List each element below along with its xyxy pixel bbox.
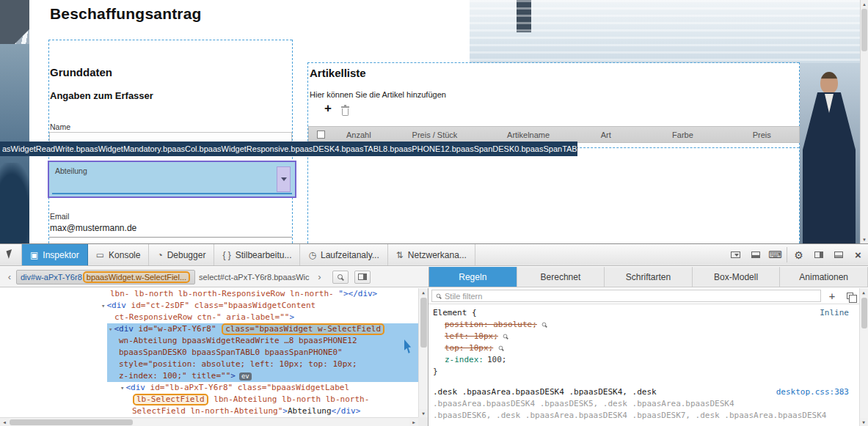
rules-scrollbar[interactable]: ▲ ▼	[859, 288, 868, 426]
developer-toolbar-button[interactable]: ⌨	[765, 244, 785, 265]
tab-network[interactable]: ⇅ Netzwerkana...	[388, 244, 475, 265]
devtools-second-row: ‹ div#w-aPxT-Y6r8 bpaasWidget.w-SelectFi…	[0, 267, 868, 287]
tab-performance[interactable]: ◷ Laufzeitanaly...	[300, 244, 387, 265]
search-icon[interactable]	[542, 323, 547, 327]
select-all-checkbox[interactable]	[317, 131, 325, 139]
markup-line[interactable]: bpaasSpanDESK0 bpaasSpanTABL0 bpaasSpanP…	[107, 347, 418, 359]
tab-console[interactable]: ▭ Konsole	[88, 244, 150, 265]
devtools-content: lbn- lb-north lb-north-ResponsiveRow ln-…	[0, 288, 868, 426]
page-scrollbar[interactable]: ▲ ▼	[860, 0, 868, 243]
expand-arrow-icon[interactable]: ▾	[120, 384, 124, 392]
css-declaration-position[interactable]: position: absolute;	[428, 319, 868, 331]
scroll-down-arrow[interactable]: ▼	[860, 418, 867, 426]
add-article-button[interactable]: +	[324, 101, 332, 116]
markup-line[interactable]: style="position: absolute; left: 10px; t…	[107, 359, 418, 370]
debugger-icon: ◔	[157, 250, 162, 260]
settings-button[interactable]: ⚙	[789, 244, 809, 265]
abteilung-select[interactable]: Abteilung	[48, 161, 296, 198]
web-page: Beschaffungsantrag Grunddaten Angaben zu…	[0, 0, 868, 243]
tab-animations[interactable]: Animationen	[780, 267, 868, 287]
filter-search-icon	[437, 294, 441, 298]
email-field-underline	[49, 237, 292, 238]
scrollbar-thumb[interactable]	[861, 298, 867, 328]
tab-label: Stilbearbeitu...	[236, 250, 292, 260]
email-input[interactable]: max@mustermann.de	[50, 223, 136, 233]
close-icon: ×	[855, 249, 861, 261]
rules-view: + Element { Inline position: absolute; l…	[428, 288, 868, 426]
scroll-up-arrow[interactable]: ▲	[419, 288, 428, 296]
scroll-down-arrow[interactable]: ▼	[861, 235, 868, 243]
dropdown-button[interactable]	[277, 166, 291, 192]
css-declaration-z-index[interactable]: z-index:100;	[428, 354, 868, 366]
split-console-icon	[751, 251, 760, 258]
markup-line[interactable]: ▾<div id="ct-2sDF" class="bpaasWidgetCon…	[0, 300, 428, 312]
email-field-label: Email	[50, 212, 69, 221]
performance-icon: ◷	[308, 250, 316, 260]
tab-box-model[interactable]: Box-Modell	[693, 267, 781, 287]
pseudo-class-panel-button[interactable]	[843, 290, 856, 303]
search-icon	[338, 274, 343, 279]
delete-article-button[interactable]	[342, 106, 349, 119]
markup-line[interactable]: ▾<div id="lb-aPxT-Y6r8" class="bpaasWidg…	[0, 382, 428, 394]
tab-inspector[interactable]: ▣ Inspektor	[22, 244, 88, 265]
breadcrumb-child-node[interactable]: select#ct-aPxT-Y6r8.bpaasWic	[195, 272, 313, 282]
scroll-up-arrow[interactable]: ▲	[861, 0, 868, 8]
scrollbar-thumb[interactable]	[420, 298, 427, 348]
markup-line[interactable]: lb-SelectField lbn-Abteilung lb-north lb…	[0, 394, 428, 405]
tab-label: Netzwerkana...	[408, 250, 467, 260]
tab-rules[interactable]: Regeln	[429, 267, 517, 287]
search-icon[interactable]	[503, 334, 508, 339]
markup-line[interactable]: SelectField ln-north-Abteilung">Abteilun…	[0, 405, 428, 417]
stylesheet-link[interactable]: desktop.css:383	[776, 386, 849, 398]
dock-side-button[interactable]	[809, 244, 828, 265]
markup-line[interactable]: ▾<div id="w-aPxT-Y6r8" class="bpaasWidge…	[107, 323, 418, 335]
markup-line[interactable]: wn-Abteilung bpaasWidgetReadWrite …8 bpa…	[107, 335, 418, 347]
scrollbar-thumb[interactable]	[861, 9, 867, 51]
scrollbar-thumb[interactable]	[10, 419, 133, 425]
scroll-up-arrow[interactable]: ▲	[860, 288, 867, 296]
split-console-button[interactable]	[745, 244, 765, 265]
markup-line[interactable]: lbn- lb-north lb-north-ResponsiveRow ln-…	[0, 288, 428, 300]
scroll-left-arrow[interactable]: ◀	[0, 418, 9, 426]
tab-fonts[interactable]: Schriftarten	[605, 267, 693, 287]
css-declaration-left[interactable]: left: 10px;	[428, 331, 868, 342]
devtools-toolbar: ▣ Inspektor ▭ Konsole ◔ Debugger { } Sti…	[0, 244, 868, 266]
style-filter-input[interactable]	[445, 292, 817, 301]
expand-arrow-icon[interactable]: ▾	[109, 326, 112, 333]
markup-line[interactable]: ct-ResponsiveRow ctn-" aria-label="">	[0, 312, 428, 323]
dock-bottom-button[interactable]	[828, 244, 848, 265]
tab-computed[interactable]: Berechnet	[517, 267, 605, 287]
form-panel	[29, 0, 470, 243]
dock-bottom-icon	[834, 251, 843, 258]
scroll-down-arrow[interactable]: ▼	[419, 409, 428, 417]
search-node-button[interactable]	[332, 271, 349, 284]
markup-view: lbn- lb-north lb-north-ResponsiveRow ln-…	[0, 288, 428, 426]
add-rule-button[interactable]: +	[825, 290, 839, 303]
selected-node[interactable]: ▾<div id="w-aPxT-Y6r8" class="bpaasWidge…	[107, 323, 418, 382]
search-icon[interactable]	[499, 346, 503, 350]
scroll-right-arrow[interactable]: ▶	[409, 418, 418, 426]
select-frame-button[interactable]	[726, 244, 745, 265]
rule-selector-continued: .bpaasDESK6, .desk .bpaasArea.bpaasDESK4…	[428, 410, 868, 422]
markup-horizontal-scrollbar[interactable]: ◀ ▶	[0, 417, 418, 426]
articles-hint: Hier können Sie die Artikel hinzufügen	[310, 90, 446, 99]
style-filter-box[interactable]	[431, 290, 821, 302]
tab-label: Konsole	[109, 250, 140, 260]
network-icon: ⇅	[396, 250, 404, 260]
tab-debugger[interactable]: ◔ Debugger	[149, 244, 214, 265]
breadcrumb-back-arrow[interactable]: ‹	[3, 271, 16, 282]
breadcrumb-selected-node[interactable]: div#w-aPxT-Y6r8 bpaasWidget.w-SelectFiel…	[16, 270, 195, 284]
expand-pane-button[interactable]	[354, 271, 371, 284]
event-listener-badge[interactable]: ev	[239, 372, 252, 381]
markup-line[interactable]: z-index: 100;" title="">ev	[107, 370, 418, 382]
css-declaration-top[interactable]: top: 10px;	[428, 342, 868, 354]
expand-arrow-icon[interactable]: ▾	[101, 302, 105, 309]
markup-vertical-scrollbar[interactable]: ▲ ▼	[418, 288, 428, 417]
keyboard-icon: ⌨	[768, 249, 782, 260]
close-devtools-button[interactable]: ×	[848, 244, 868, 265]
dock-side-icon	[814, 251, 823, 258]
pick-element-button[interactable]	[0, 244, 22, 265]
breadcrumb-forward-arrow[interactable]: ›	[313, 271, 327, 282]
layout-guide	[307, 62, 799, 63]
tab-style-editor[interactable]: { } Stilbearbeitu...	[214, 244, 300, 265]
